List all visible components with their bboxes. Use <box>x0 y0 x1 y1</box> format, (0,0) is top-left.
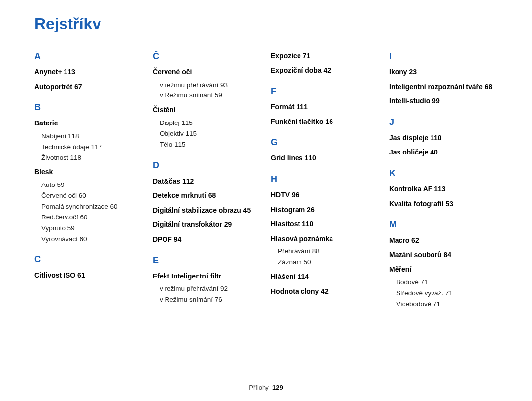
index-subentry[interactable]: Vyrovnávací 60 <box>41 235 143 244</box>
index-letter: G <box>271 137 379 148</box>
index-letter: E <box>153 255 261 266</box>
index-subentry[interactable]: Tělo 115 <box>160 140 261 150</box>
index-subentry[interactable]: Vypnuto 59 <box>41 224 143 233</box>
column-4: IIkony 23Inteligentní rozpoznání tváře 6… <box>389 51 498 381</box>
index-group: Expozice 71 <box>271 51 379 61</box>
column-1: AAnynet+ 113Autoportrét 67BBaterieNabíje… <box>34 51 143 381</box>
index-letter: H <box>271 174 379 185</box>
index-subentry[interactable]: Auto 59 <box>41 181 143 190</box>
index-entry[interactable]: DPOF 94 <box>153 235 261 245</box>
index-letter: K <box>389 168 498 179</box>
index-group: Dat&čas 112 <box>153 177 261 186</box>
index-letter: B <box>34 102 143 113</box>
index-entry[interactable]: Expozice 71 <box>271 51 379 61</box>
index-subentry[interactable]: Pomalá synchronizace 60 <box>41 202 143 212</box>
index-entry[interactable]: Mazání souborů 84 <box>389 250 498 260</box>
index-entry[interactable]: Kontrolka AF 113 <box>389 185 498 194</box>
index-group: BaterieNabíjení 118Technické údaje 117Ži… <box>34 119 143 162</box>
column-3: Expozice 71Expoziční doba 42FFormát 111F… <box>271 51 379 381</box>
index-subentry[interactable]: Objektiv 115 <box>160 129 261 139</box>
index-entry[interactable]: Baterie <box>34 119 143 128</box>
index-subentry[interactable]: Displej 115 <box>160 119 261 128</box>
footer-label: Přílohy <box>249 384 268 391</box>
index-entry[interactable]: Čistění <box>153 105 261 115</box>
index-entry[interactable]: Intelli-studio 99 <box>389 96 498 106</box>
index-group: Autoportrét 67 <box>34 82 143 92</box>
index-group: Macro 62 <box>389 236 498 246</box>
index-subentry[interactable]: Bodové 71 <box>396 278 498 287</box>
index-letter: I <box>389 51 498 62</box>
index-entry[interactable]: Měření <box>389 265 498 275</box>
index-entry[interactable]: Autoportrét 67 <box>34 82 143 92</box>
index-group: Expoziční doba 42 <box>271 66 379 76</box>
index-entry[interactable]: Expoziční doba 42 <box>271 66 379 76</box>
index-entry[interactable]: Histogram 26 <box>271 205 379 215</box>
index-letter: M <box>389 219 498 230</box>
index-subentry[interactable]: Vícebodové 71 <box>396 300 498 309</box>
index-group: Jas displeje 110 <box>389 133 498 143</box>
index-entry[interactable]: Inteligentní rozpoznání tváře 68 <box>389 82 498 92</box>
index-letter: Č <box>153 51 261 62</box>
index-group: Kvalita fotografií 53 <box>389 199 498 209</box>
index-entry[interactable]: Anynet+ 113 <box>34 67 143 77</box>
index-entry[interactable]: Blesk <box>34 167 143 177</box>
index-group: Hlasová poznámkaPřehrávání 88Záznam 50 <box>271 234 379 267</box>
index-entry[interactable]: Ikony 23 <box>389 67 498 77</box>
index-entry[interactable]: Hlasová poznámka <box>271 234 379 244</box>
index-entry[interactable]: Macro 62 <box>389 236 498 246</box>
index-subentry[interactable]: v režimu přehrávání 93 <box>160 81 261 90</box>
index-letter: J <box>389 117 498 127</box>
index-subentry[interactable]: Red.červ.očí 60 <box>41 213 143 222</box>
index-entry[interactable]: Jas displeje 110 <box>389 133 498 143</box>
index-subentry[interactable]: v režimu přehrávání 92 <box>160 284 261 294</box>
index-letter: D <box>153 160 261 171</box>
index-group: Kontrolka AF 113 <box>389 185 498 194</box>
index-group: Inteligentní rozpoznání tváře 68 <box>389 82 498 92</box>
index-entry[interactable]: Grid lines 110 <box>271 154 379 163</box>
column-2: ČČervené očiv režimu přehrávání 93v Reži… <box>153 51 261 381</box>
index-group: Ikony 23 <box>389 67 498 77</box>
index-group: BleskAuto 59Červené oči 60Pomalá synchro… <box>34 167 143 244</box>
index-group: Efekt Inteligentní filtrv režimu přehráv… <box>153 272 261 305</box>
index-entry[interactable]: Digitální stabilizace obrazu 45 <box>153 206 261 216</box>
index-subentry[interactable]: Technické údaje 117 <box>41 143 143 152</box>
index-entry[interactable]: Hlášení 114 <box>271 272 379 282</box>
index-entry[interactable]: Hodnota clony 42 <box>271 287 379 297</box>
index-group: Funkční tlačítko 16 <box>271 117 379 127</box>
index-subentry[interactable]: Středově vyváž. 71 <box>396 289 498 298</box>
index-subentry[interactable]: Záznam 50 <box>278 258 379 267</box>
index-entry[interactable]: HDTV 96 <box>271 190 379 200</box>
index-group: MěřeníBodové 71Středově vyváž. 71Vícebod… <box>389 265 498 308</box>
index-subentry[interactable]: Nabíjení 118 <box>41 132 143 141</box>
index-letter: C <box>34 254 143 265</box>
index-subentry[interactable]: v Režimu snímání 59 <box>160 91 261 100</box>
index-group: Jas obličeje 40 <box>389 148 498 157</box>
index-entry[interactable]: Jas obličeje 40 <box>389 148 498 157</box>
index-group: Červené očiv režimu přehrávání 93v Režim… <box>153 67 261 100</box>
index-group: Citlivost ISO 61 <box>34 271 143 280</box>
index-entry[interactable]: Formát 111 <box>271 102 379 112</box>
index-subentry[interactable]: Životnost 118 <box>41 154 143 163</box>
footer-page-number: 129 <box>272 384 283 391</box>
index-group: Anynet+ 113 <box>34 67 143 77</box>
index-entry[interactable]: Hlasitost 110 <box>271 219 379 229</box>
index-group: DPOF 94 <box>153 235 261 245</box>
page-title: Rejstříkv <box>34 15 498 36</box>
index-subentry[interactable]: Přehrávání 88 <box>278 247 379 256</box>
index-entry[interactable]: Červené oči <box>153 67 261 77</box>
index-group: Hlášení 114 <box>271 272 379 282</box>
index-subentry[interactable]: Červené oči 60 <box>41 191 143 201</box>
index-entry[interactable]: Dat&čas 112 <box>153 177 261 186</box>
index-group: Digitální transfokátor 29 <box>153 220 261 230</box>
index-entry[interactable]: Efekt Inteligentní filtr <box>153 272 261 281</box>
page-footer: Přílohy 129 <box>34 384 498 391</box>
index-group: Intelli-studio 99 <box>389 96 498 106</box>
index-entry[interactable]: Kvalita fotografií 53 <box>389 199 498 209</box>
index-entry[interactable]: Citlivost ISO 61 <box>34 271 143 280</box>
index-entry[interactable]: Funkční tlačítko 16 <box>271 117 379 127</box>
index-subentry[interactable]: v Režimu snímání 76 <box>160 295 261 305</box>
index-entry[interactable]: Digitální transfokátor 29 <box>153 220 261 230</box>
index-group: Detekce mrknutí 68 <box>153 191 261 201</box>
index-entry[interactable]: Detekce mrknutí 68 <box>153 191 261 201</box>
index-group: Grid lines 110 <box>271 154 379 163</box>
